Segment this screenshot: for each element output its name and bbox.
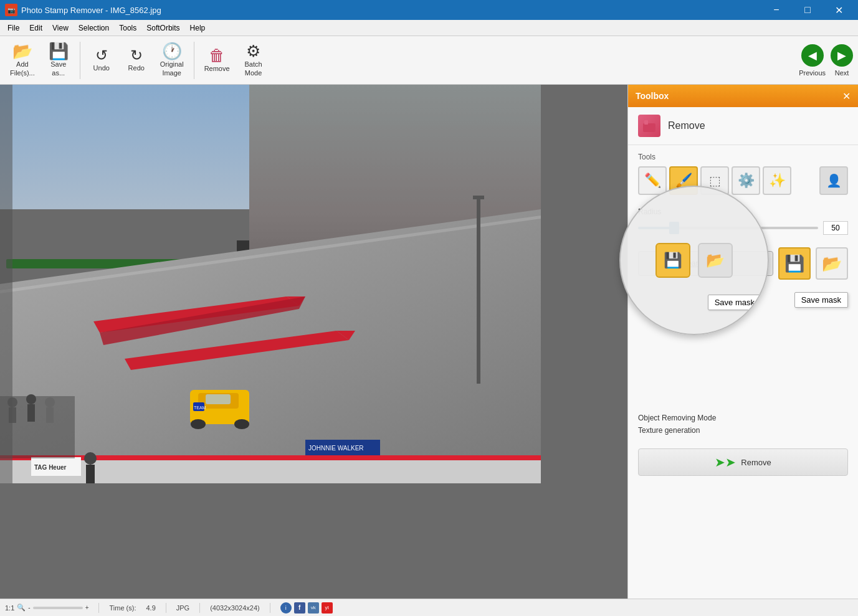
pencil-tool-button[interactable]: ✏️ bbox=[638, 166, 667, 195]
previous-label: Previous bbox=[799, 69, 826, 77]
undo-button[interactable]: ↺ Undo bbox=[85, 39, 118, 82]
svg-rect-40 bbox=[644, 120, 648, 125]
ribbon-divider-2 bbox=[194, 42, 194, 79]
minimize-button[interactable]: − bbox=[762, 0, 791, 20]
save-as-icon: 💾 bbox=[49, 43, 69, 59]
menu-file[interactable]: File bbox=[2, 22, 24, 34]
previous-button[interactable]: ◀ Previous bbox=[799, 44, 826, 77]
toolbox-close-button[interactable]: ✕ bbox=[842, 90, 851, 102]
zoom-section: 1:1 🔍 - + bbox=[5, 604, 88, 612]
redo-button[interactable]: ↻ Redo bbox=[120, 39, 153, 82]
title-bar-controls: − □ ✕ bbox=[762, 0, 853, 20]
svg-point-33 bbox=[84, 452, 97, 465]
menu-softorbits[interactable]: SoftOrbits bbox=[141, 22, 184, 34]
status-divider-1 bbox=[98, 603, 99, 613]
undo-label: Undo bbox=[93, 64, 110, 72]
title-bar: 📷 Photo Stamp Remover - IMG_8562.jpg − □… bbox=[0, 0, 858, 20]
remove-action-label: Remove bbox=[741, 458, 771, 467]
batch-mode-button[interactable]: ⚙ BatchMode bbox=[237, 39, 270, 82]
zoom-ratio: 1:1 bbox=[5, 604, 14, 612]
svg-point-16 bbox=[234, 419, 249, 429]
image-format: JPG bbox=[176, 604, 189, 612]
menu-view[interactable]: View bbox=[47, 22, 74, 34]
menu-tools[interactable]: Tools bbox=[114, 22, 141, 34]
wand-tool-button[interactable]: ✨ bbox=[763, 166, 791, 195]
svg-point-29 bbox=[26, 394, 36, 404]
tools-label: Tools bbox=[638, 153, 848, 161]
save-mask-icon: 💾 bbox=[784, 254, 804, 273]
add-files-button[interactable]: 📂 AddFile(s)... bbox=[5, 39, 40, 82]
remove-section-title: Remove bbox=[668, 120, 705, 131]
save-as-label: Saveas... bbox=[50, 60, 66, 77]
remove-action-icon: ➤➤ bbox=[715, 455, 736, 470]
race-image: TEAM TAG Heuer JOHNNIE WALKER bbox=[0, 85, 541, 483]
zoom-slider[interactable] bbox=[33, 607, 83, 609]
svg-rect-34 bbox=[86, 465, 95, 483]
svg-point-31 bbox=[45, 397, 55, 407]
magnify-section: 💾 📂 Save mask bbox=[638, 310, 848, 372]
zoom-icon: 🔍 bbox=[17, 604, 26, 612]
magnify-save-button[interactable]: 💾 bbox=[655, 243, 690, 278]
time-label: Time (s): bbox=[109, 604, 136, 612]
info-icon[interactable]: i bbox=[280, 602, 292, 614]
menu-edit[interactable]: Edit bbox=[24, 22, 47, 34]
smart-icon: ⚙️ bbox=[738, 173, 755, 189]
status-divider-2 bbox=[166, 603, 166, 613]
facebook-icon[interactable]: f bbox=[294, 602, 305, 614]
svg-point-15 bbox=[191, 419, 206, 429]
maximize-button[interactable]: □ bbox=[793, 0, 822, 20]
redo-icon: ↻ bbox=[130, 48, 143, 63]
menu-selection[interactable]: Selection bbox=[74, 22, 114, 34]
load-mask-button[interactable]: 📂 bbox=[816, 247, 848, 280]
remove-ribbon-button[interactable]: 🗑 Remove bbox=[199, 39, 235, 82]
menu-help[interactable]: Help bbox=[185, 22, 211, 34]
ribbon-nav: ◀ Previous ▶ Next bbox=[799, 44, 853, 77]
save-as-button[interactable]: 💾 Saveas... bbox=[42, 39, 75, 82]
magnify-load-icon: 📂 bbox=[706, 252, 725, 269]
stamp-tool-button[interactable]: 👤 bbox=[819, 166, 848, 195]
ribbon: 📂 AddFile(s)... 💾 Saveas... ↺ Undo ↻ Red… bbox=[0, 36, 858, 85]
ribbon-divider-1 bbox=[80, 42, 80, 79]
magnify-content: 💾 📂 bbox=[655, 243, 733, 278]
magnify-save-mask-tooltip: Save mask bbox=[708, 295, 761, 310]
next-icon: ▶ bbox=[831, 44, 853, 67]
app-icon: 📷 bbox=[5, 4, 17, 16]
app-title: Photo Stamp Remover - IMG_8562.jpg bbox=[21, 6, 161, 15]
mode-row: Object Removing Mode bbox=[638, 414, 848, 422]
radius-value: 50 bbox=[823, 221, 848, 235]
stamp-icon: 👤 bbox=[826, 173, 842, 188]
pencil-icon: ✏️ bbox=[644, 173, 661, 189]
toolbox-header: Toolbox ✕ bbox=[628, 85, 858, 107]
redo-label: Redo bbox=[128, 64, 145, 72]
status-divider-3 bbox=[199, 603, 200, 613]
original-image-label: OriginalImage bbox=[160, 60, 184, 77]
vk-icon[interactable]: vk bbox=[308, 602, 319, 614]
toolbox-title: Toolbox bbox=[636, 91, 669, 101]
svg-rect-36 bbox=[473, 196, 484, 199]
batch-mode-icon: ⚙ bbox=[246, 43, 260, 59]
time-value: 4.9 bbox=[146, 604, 155, 612]
main-area: TEAM TAG Heuer JOHNNIE WALKER bbox=[0, 85, 858, 599]
canvas-area[interactable]: TEAM TAG Heuer JOHNNIE WALKER bbox=[0, 85, 627, 599]
undo-icon: ↺ bbox=[95, 48, 108, 63]
remove-action-button[interactable]: ➤➤ Remove bbox=[638, 448, 848, 476]
menu-bar: File Edit View Selection Tools SoftOrbit… bbox=[0, 20, 858, 36]
original-image-button[interactable]: 🕐 OriginalImage bbox=[155, 39, 189, 82]
smart-tool-button[interactable]: ⚙️ bbox=[732, 166, 760, 195]
svg-rect-39 bbox=[643, 123, 655, 132]
save-mask-button[interactable]: 💾 bbox=[778, 247, 811, 280]
remove-ribbon-icon: 🗑 bbox=[209, 47, 225, 64]
svg-rect-21 bbox=[0, 455, 541, 460]
magnify-save-icon: 💾 bbox=[664, 252, 682, 269]
svg-rect-38 bbox=[0, 85, 12, 483]
youtube-icon[interactable]: yt bbox=[322, 602, 333, 614]
status-bar: 1:1 🔍 - + Time (s): 4.9 JPG (4032x3024x2… bbox=[0, 599, 858, 616]
svg-rect-17 bbox=[206, 394, 231, 404]
close-button[interactable]: ✕ bbox=[824, 0, 853, 20]
object-removing-mode-label: Object Removing Mode bbox=[638, 414, 716, 422]
texture-generation-label: Texture generation bbox=[638, 426, 700, 435]
next-button[interactable]: ▶ Next bbox=[831, 44, 853, 77]
zoom-minus-icon: - bbox=[28, 604, 30, 611]
magnify-load-button[interactable]: 📂 bbox=[698, 243, 733, 278]
previous-icon: ◀ bbox=[801, 44, 824, 67]
